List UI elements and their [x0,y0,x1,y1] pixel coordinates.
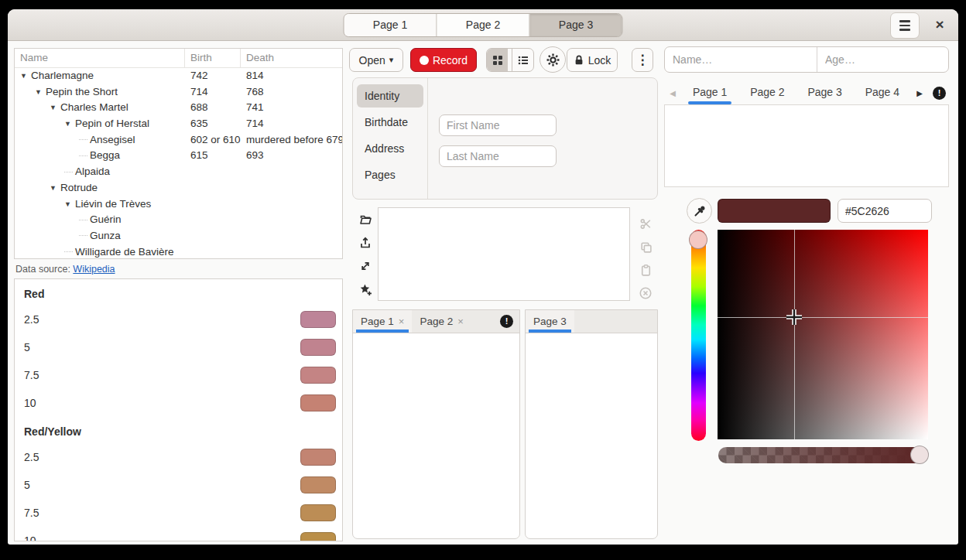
tree-cell-death [241,196,342,213]
paste-button[interactable] [635,259,656,281]
expander-icon[interactable]: ▼ [50,100,60,116]
color-list-item[interactable]: 7.5 [15,499,342,527]
color-list-item[interactable]: 7.5 [15,361,342,389]
color-section-title: Red [15,279,342,306]
color-list-item[interactable]: 2.5 [15,306,342,333]
form-sidebar-item-pages[interactable]: Pages [357,163,423,186]
color-item-label: 7.5 [24,507,39,519]
tree-name-label: Alpaida [75,166,110,177]
tree-col-name[interactable]: Name [15,49,185,67]
settings-button[interactable] [540,46,566,73]
tabs-prev-arrow[interactable]: ◀ [664,89,681,97]
color-list-item[interactable]: 10 [15,389,342,417]
tree-row[interactable]: Begga615693 [15,148,342,164]
tab-warning-icon[interactable]: ! [500,315,513,328]
right-tab-page-4[interactable]: Page 4 [854,81,911,104]
tree-cell-name: Guérin [15,212,185,228]
open-file-button[interactable] [355,209,376,230]
expander-icon[interactable]: ▼ [64,196,75,213]
expander-icon[interactable]: ▼ [64,116,75,132]
tree-row[interactable]: Willigarde de Bavière [15,244,342,261]
color-list-item[interactable]: 5 [15,471,342,499]
tree-row[interactable]: Ansegisel602 or 610murdered before 679 [15,132,342,149]
tree-row[interactable]: Gunza [15,228,342,244]
right-tab-strip: ◀ Page 1Page 2Page 3Page 4 ▶ ! [664,81,949,104]
right-tab-page-1[interactable]: Page 1 [681,81,738,104]
tree-row[interactable]: Alpaida [15,164,342,180]
header-tab-page-2[interactable]: Page 2 [437,14,530,36]
form-sidebar-item-address[interactable]: Address [357,137,423,160]
fullscreen-button[interactable] [355,255,376,277]
expander-icon[interactable]: ▼ [50,180,60,196]
form-sidebar-item-birthdate[interactable]: Birthdate [357,111,423,134]
tree-name-label: Willigarde de Bavière [75,246,174,258]
window-close-button[interactable]: × [929,14,951,36]
color-item-label: 2.5 [24,313,39,326]
star-new-button[interactable] [355,278,376,300]
copy-button[interactable] [635,236,656,258]
record-button[interactable]: Record [410,48,477,72]
hamburger-menu-button[interactable] [890,12,920,39]
tree-row[interactable]: ▼Pepin of Herstal635714 [15,116,342,132]
list-view-button[interactable] [512,49,533,71]
crosshair-vline [794,230,795,439]
tab-close-icon[interactable]: × [457,316,464,327]
delete-button[interactable] [635,282,656,304]
tabs-next-arrow[interactable]: ▶ [911,89,928,97]
header-tab-page-1[interactable]: Page 1 [344,14,437,36]
tree-row[interactable]: Guérin [15,212,342,228]
color-list-item[interactable]: 5 [15,333,342,361]
right-tab-page-3[interactable]: Page 3 [796,81,854,104]
age-input[interactable] [817,47,958,72]
notebook-tab-page-2[interactable]: Page 2× [412,310,471,333]
lock-icon [574,54,584,66]
hue-slider-handle[interactable] [689,230,707,249]
notebook-right: Page 3 [525,309,658,539]
hex-color-input[interactable] [838,199,932,223]
name-input[interactable] [665,47,817,72]
notebook-tab-page-3[interactable]: Page 3 [526,310,574,333]
right-tab-page-2[interactable]: Page 2 [738,81,796,104]
tree-row[interactable]: ▼Rotrude [15,180,342,196]
tree-col-death[interactable]: Death [241,49,342,67]
tree-leaf-line [64,172,73,173]
tree-row[interactable]: ▼Charlemagne742814 [15,68,342,84]
lock-button[interactable]: Lock [567,48,618,72]
expander-icon[interactable]: ▼ [35,84,46,101]
tree-row[interactable]: ▼Liévin de Trèves [15,196,342,213]
alpha-slider-handle[interactable] [910,446,929,464]
text-area[interactable] [378,207,630,301]
color-list-item[interactable]: 2.5 [15,443,342,471]
star-plus-icon [359,283,372,296]
form-sidebar-item-identity[interactable]: Identity [357,84,423,108]
overflow-menu-button[interactable]: ⋮ [632,48,653,72]
last-name-field[interactable] [439,145,557,167]
hamburger-icon [899,20,910,22]
alpha-slider[interactable] [718,447,927,463]
expander-icon[interactable]: ▼ [20,68,31,84]
crosshair-cursor[interactable] [785,308,803,326]
header-tab-page-3[interactable]: Page 3 [530,14,622,36]
tree-leaf-line [79,235,87,237]
tree-name-label: Gunza [90,230,121,241]
hue-slider[interactable] [691,230,706,441]
saturation-value-plane[interactable] [718,230,928,439]
color-list-item[interactable]: 10 [15,527,342,541]
tree-col-birth[interactable]: Birth [185,49,241,67]
grid-view-button[interactable] [487,49,508,71]
notebook-tab-page-1[interactable]: Page 1× [353,310,412,333]
wikipedia-link[interactable]: Wikipedia [73,264,115,275]
first-name-field[interactable] [439,114,557,136]
gear-icon [546,53,560,67]
eyedropper-button[interactable] [687,198,712,224]
tab-close-icon[interactable]: × [399,316,405,327]
tree-row[interactable]: ▼Charles Martel688741 [15,100,342,116]
cut-button[interactable] [635,213,656,234]
tree-cell-name: Alpaida [15,164,185,180]
open-button[interactable]: Open ▾ [349,48,403,72]
color-item-swatch [300,367,336,384]
tree-row[interactable]: ▼Pepin the Short714768 [15,84,342,101]
tree-cell-name: ▼Charles Martel [15,100,185,116]
right-warning-icon[interactable]: ! [933,87,946,100]
share-button[interactable] [355,232,376,254]
